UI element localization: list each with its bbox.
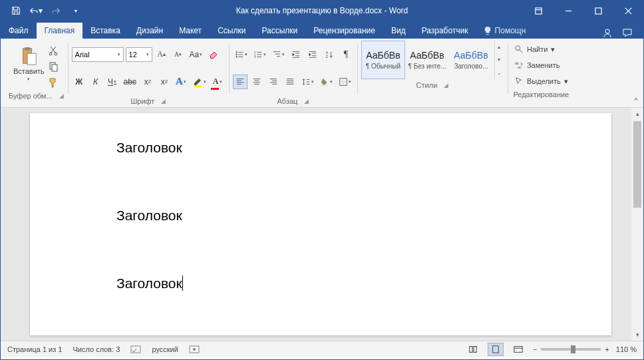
styles-group-label: Стили <box>416 81 438 89</box>
bold-button[interactable]: Ж <box>72 75 86 89</box>
minimize-icon[interactable] <box>554 1 583 21</box>
svg-point-11 <box>236 51 237 53</box>
collapse-ribbon-icon[interactable]: ^ <box>629 39 643 107</box>
highlight-button[interactable]: ▾ <box>190 75 208 89</box>
web-layout-button[interactable] <box>510 343 526 356</box>
svg-rect-0 <box>536 7 542 13</box>
zoom-slider[interactable]: − + <box>533 345 609 353</box>
maximize-icon[interactable] <box>583 1 613 21</box>
share-icon[interactable] <box>602 28 613 39</box>
align-left-button[interactable] <box>233 75 247 89</box>
tab-developer[interactable]: Разработчик <box>414 23 476 39</box>
search-icon <box>514 45 524 54</box>
superscript-button[interactable]: x2 <box>157 75 172 89</box>
scroll-up-icon[interactable]: ▴ <box>631 108 643 120</box>
sort-button[interactable]: AZ <box>322 47 337 62</box>
redo-icon[interactable] <box>47 3 65 19</box>
tab-mailings[interactable]: Рассылки <box>253 23 305 39</box>
copy-button[interactable] <box>46 59 61 74</box>
tell-me-label: Помощн <box>495 26 526 35</box>
multilevel-list-button[interactable]: ▾ <box>270 47 287 62</box>
paragraph-dialog-icon[interactable]: ◢ <box>304 98 309 104</box>
qat-customize-icon[interactable]: ▾ <box>67 3 84 19</box>
justify-button[interactable] <box>283 75 297 89</box>
status-language[interactable]: русский <box>152 345 178 353</box>
heading-2[interactable]: Заголовок <box>116 208 611 224</box>
borders-button[interactable]: ▾ <box>337 75 353 89</box>
tab-view[interactable]: Вид <box>383 23 414 39</box>
save-icon[interactable] <box>7 3 25 19</box>
style-heading1[interactable]: АаБбВв Заголово... <box>449 41 493 79</box>
clipboard-dialog-icon[interactable]: ◢ <box>59 92 64 99</box>
tab-references[interactable]: Ссылки <box>210 23 253 39</box>
heading-1[interactable]: Заголовок <box>116 140 611 156</box>
tab-layout[interactable]: Макет <box>171 23 210 39</box>
scroll-down-icon[interactable]: ▾ <box>631 329 643 341</box>
shrink-font-button[interactable]: A▾ <box>171 47 186 62</box>
comments-icon[interactable] <box>622 28 633 39</box>
format-painter-button[interactable] <box>46 75 61 90</box>
paragraph-group-label: Абзац <box>277 97 298 105</box>
status-page[interactable]: Страница 1 из 1 <box>7 345 62 353</box>
vertical-scrollbar[interactable]: ▴ ▾ <box>631 108 643 341</box>
change-case-button[interactable]: Aa▾ <box>188 47 205 62</box>
font-size-input[interactable]: 12▾ <box>126 47 152 62</box>
ribbon-display-icon[interactable] <box>524 1 554 21</box>
find-button[interactable]: Найти▾ <box>512 42 571 57</box>
scissors-icon <box>48 45 59 56</box>
style-normal[interactable]: АаБбВв ¶ Обычный <box>361 41 405 79</box>
svg-text:ac: ac <box>518 65 522 69</box>
tab-home[interactable]: Главная <box>37 23 83 39</box>
underline-button[interactable]: Ч▾ <box>105 75 120 89</box>
clear-formatting-button[interactable] <box>206 47 221 62</box>
font-name-input[interactable]: Arial▾ <box>72 47 124 62</box>
group-font: Arial▾ 12▾ A▴ A▾ Aa▾ Ж К Ч▾ abc x2 x2 A▾… <box>68 41 229 107</box>
font-color-button[interactable]: A▾ <box>210 75 225 89</box>
close-icon[interactable] <box>613 1 643 21</box>
status-bar: Страница 1 из 1 Число слов: 3 русский − … <box>1 341 643 357</box>
replace-button[interactable]: abac Заменить <box>512 58 571 73</box>
numbering-button[interactable]: 123▾ <box>251 47 268 62</box>
zoom-in-icon[interactable]: + <box>605 345 609 353</box>
tab-review[interactable]: Рецензирование <box>305 23 383 39</box>
paste-button[interactable]: Вставить ▾ <box>11 41 46 87</box>
zoom-handle[interactable] <box>571 345 575 353</box>
bullets-button[interactable]: ▾ <box>233 47 249 62</box>
subscript-button[interactable]: x2 <box>140 75 155 89</box>
styles-dialog-icon[interactable]: ◢ <box>444 82 448 89</box>
undo-icon[interactable]: ▾ <box>27 3 45 19</box>
zoom-level[interactable]: 110 % <box>616 345 637 353</box>
tell-me[interactable]: Помощн <box>476 23 533 39</box>
read-mode-button[interactable] <box>465 343 481 356</box>
group-paragraph: ▾ 123▾ ▾ AZ ¶ ▾ ▾ ▾ Абзац◢ <box>229 41 357 107</box>
font-dialog-icon[interactable]: ◢ <box>161 98 166 104</box>
align-center-button[interactable] <box>249 75 264 89</box>
zoom-out-icon[interactable]: − <box>533 345 537 353</box>
italic-button[interactable]: К <box>88 75 103 89</box>
strikethrough-button[interactable]: abc <box>122 75 138 89</box>
decrease-indent-button[interactable] <box>289 47 303 62</box>
style-no-spacing[interactable]: АаБбВв ¶ Без инте... <box>405 41 449 79</box>
styles-scroll[interactable]: ▴▾⌄ <box>494 41 504 79</box>
cut-button[interactable] <box>46 43 61 58</box>
document-page[interactable]: Заголовок Заголовок Заголовок <box>30 113 611 335</box>
tab-file[interactable]: Файл <box>1 23 37 39</box>
tab-insert[interactable]: Вставка <box>82 23 128 39</box>
status-words[interactable]: Число слов: 3 <box>73 345 120 353</box>
scroll-thumb[interactable] <box>633 121 641 208</box>
text-effects-button[interactable]: A▾ <box>174 75 188 89</box>
heading-3[interactable]: Заголовок <box>116 275 611 291</box>
spellcheck-icon[interactable] <box>130 345 141 354</box>
show-marks-button[interactable]: ¶ <box>339 47 353 62</box>
macro-record-icon[interactable] <box>189 345 200 354</box>
shading-button[interactable]: ▾ <box>318 75 335 89</box>
line-spacing-button[interactable]: ▾ <box>299 75 316 89</box>
paste-label: Вставить <box>13 67 45 75</box>
tab-design[interactable]: Дизайн <box>128 23 171 39</box>
increase-indent-button[interactable] <box>305 47 320 62</box>
select-button[interactable]: Выделить▾ <box>512 74 571 89</box>
print-layout-button[interactable] <box>488 343 504 356</box>
align-right-button[interactable] <box>266 75 281 89</box>
svg-point-26 <box>193 348 196 351</box>
grow-font-button[interactable]: A▴ <box>154 47 169 62</box>
